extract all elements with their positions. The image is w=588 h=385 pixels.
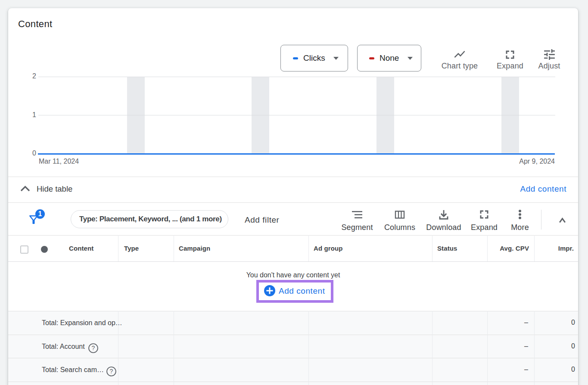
svg-text:?: ? <box>92 345 95 352</box>
svg-text:?: ? <box>110 368 113 375</box>
